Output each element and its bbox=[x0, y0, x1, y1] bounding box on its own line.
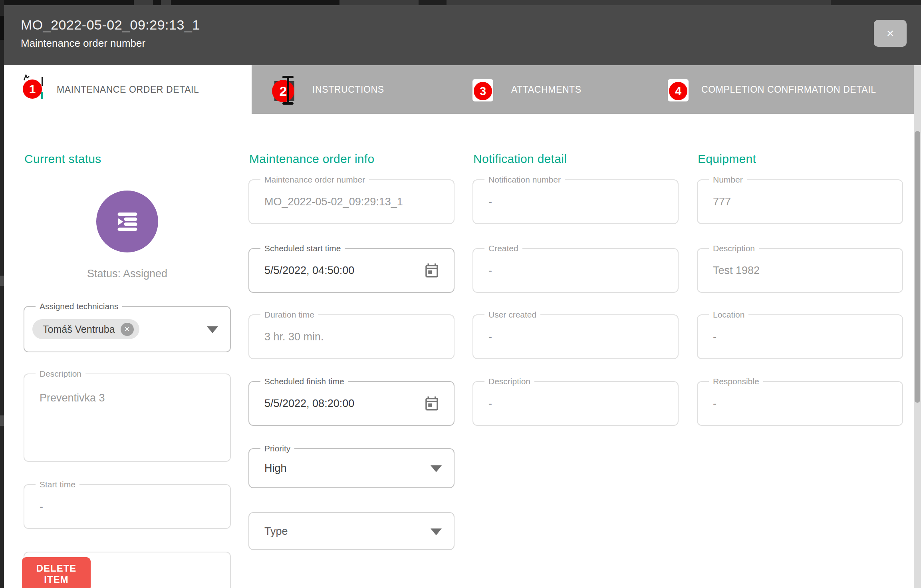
field-label: Number bbox=[709, 175, 747, 185]
som-mark-1[interactable]: 1 bbox=[23, 79, 42, 99]
field-label: Created bbox=[484, 244, 522, 253]
som-mark-4[interactable]: 4 bbox=[669, 82, 687, 100]
field-label: Responsible bbox=[709, 377, 763, 386]
tab-completion-confirmation-detail[interactable]: COMPLETION CONFIRMATION DETAIL bbox=[701, 65, 876, 114]
som-mark-number: 2 bbox=[280, 83, 287, 99]
calendar-icon[interactable] bbox=[423, 395, 440, 412]
tab-bar: 1 MAINTENANCE ORDER DETAIL 2 INSTRUCTION… bbox=[4, 65, 921, 114]
playlist-status-icon bbox=[111, 205, 144, 238]
field-value: 5/5/2022, 04:50:00 bbox=[264, 264, 354, 277]
priority-select[interactable]: Priority High bbox=[248, 448, 455, 488]
status-circle bbox=[96, 191, 158, 252]
field-label: Notification number bbox=[484, 175, 565, 185]
background-fragment bbox=[0, 276, 4, 286]
technician-chip: Tomáš Ventruba ✕ bbox=[32, 319, 139, 339]
tab-attachments[interactable]: ATTACHMENTS bbox=[511, 65, 582, 114]
tab-panel-maintenance-order-detail: Current status Status: Assigned Assigned… bbox=[4, 114, 914, 588]
scheduled-finish-time-field[interactable]: Scheduled finish time 5/5/2022, 08:20:00 bbox=[248, 381, 455, 426]
tab-instructions[interactable]: INSTRUCTIONS bbox=[312, 65, 384, 114]
equipment-description-field: Description Test 1982 bbox=[697, 248, 903, 293]
caret-down-icon[interactable] bbox=[431, 528, 442, 535]
type-select[interactable]: Type bbox=[248, 512, 455, 550]
field-label: Duration time bbox=[260, 310, 318, 320]
background-fragment bbox=[0, 16, 4, 40]
status-description-field: Description Preventivka 3 bbox=[24, 373, 231, 462]
field-label: Scheduled start time bbox=[260, 244, 345, 253]
field-value: - bbox=[488, 196, 492, 208]
field-placeholder-label: Type bbox=[264, 525, 288, 537]
duration-time-field: Duration time 3 hr. 30 min. bbox=[248, 314, 455, 359]
background-fragment bbox=[0, 0, 134, 5]
field-value: Test 1982 bbox=[713, 264, 760, 277]
field-label: Description bbox=[484, 377, 534, 386]
field-value: 777 bbox=[713, 196, 731, 208]
maintenance-order-modal: MO_2022-05-02_09:29:13_1 Maintenance ord… bbox=[0, 0, 921, 588]
field-value: MO_2022-05-02_09:29:13_1 bbox=[264, 196, 403, 208]
assigned-technicians-select[interactable]: Assigned technicians Tomáš Ventruba ✕ bbox=[24, 306, 231, 352]
som-mark-number: 1 bbox=[29, 82, 36, 96]
status-description-value: Preventivka 3 bbox=[40, 392, 105, 404]
field-value: 5/5/2022, 08:20:00 bbox=[264, 397, 354, 410]
notification-detail-column: Notification detail Notification number … bbox=[472, 114, 679, 588]
modal-subtitle: Maintenance order number bbox=[21, 37, 145, 50]
field-value: - bbox=[488, 397, 492, 410]
background-fragment bbox=[0, 415, 4, 426]
background-fragment bbox=[171, 0, 339, 5]
start-time-value: - bbox=[40, 501, 43, 513]
assigned-technicians-label: Assigned technicians bbox=[36, 302, 122, 311]
tab-label-maintenance-order-detail[interactable]: MAINTENANCE ORDER DETAIL bbox=[57, 65, 199, 114]
som-mark-2[interactable]: 2 bbox=[272, 80, 294, 102]
field-label: User created bbox=[484, 310, 540, 320]
som-mark-number: 4 bbox=[675, 85, 681, 98]
current-status-column: Current status Status: Assigned Assigned… bbox=[24, 114, 231, 588]
notification-number-field: Notification number - bbox=[472, 179, 679, 224]
caret-down-icon[interactable] bbox=[207, 326, 218, 333]
equipment-responsible-field: Responsible - bbox=[697, 381, 903, 426]
delete-item-button[interactable]: DELETE ITEM bbox=[22, 557, 91, 588]
scrollbar-thumb[interactable] bbox=[915, 131, 920, 403]
field-label: Description bbox=[709, 244, 759, 253]
som-mark-number: 3 bbox=[480, 85, 486, 98]
caret-down-icon[interactable] bbox=[431, 465, 442, 472]
technician-chip-text: Tomáš Ventruba bbox=[43, 324, 115, 335]
chip-remove-icon[interactable]: ✕ bbox=[121, 323, 134, 336]
field-label: Priority bbox=[260, 444, 294, 453]
field-value: - bbox=[713, 331, 717, 343]
tab1-icon-fragment bbox=[41, 92, 43, 99]
status-text: Status: Assigned bbox=[24, 268, 231, 280]
maintenance-order-number-field: Maintenance order number MO_2022-05-02_0… bbox=[248, 179, 455, 224]
status-description-label: Description bbox=[36, 369, 85, 379]
created-field: Created - bbox=[472, 248, 679, 293]
start-time-field: Start time - bbox=[24, 484, 231, 529]
user-created-field: User created - bbox=[472, 314, 679, 359]
background-page-top-strip bbox=[0, 0, 921, 5]
background-fragment bbox=[153, 0, 161, 5]
section-heading-current-status: Current status bbox=[24, 152, 101, 166]
close-button[interactable]: × bbox=[874, 20, 907, 47]
notification-description-field: Description - bbox=[472, 381, 679, 426]
modal-header: MO_2022-05-02_09:29:13_1 Maintenance ord… bbox=[4, 5, 921, 65]
som-mark-3[interactable]: 3 bbox=[474, 82, 492, 100]
scrollbar-track[interactable] bbox=[914, 65, 921, 588]
section-heading-notification-detail: Notification detail bbox=[473, 152, 567, 166]
equipment-column: Equipment Number 777 Description Test 19… bbox=[697, 114, 903, 588]
field-value: - bbox=[488, 331, 492, 343]
scheduled-start-time-field[interactable]: Scheduled start time 5/5/2022, 04:50:00 bbox=[248, 248, 455, 293]
section-heading-equipment: Equipment bbox=[698, 152, 756, 166]
background-page-left-strip bbox=[0, 0, 4, 588]
field-label: Maintenance order number bbox=[260, 175, 369, 185]
field-value: - bbox=[713, 397, 717, 410]
modal-title: MO_2022-05-02_09:29:13_1 bbox=[21, 17, 200, 33]
background-fragment bbox=[419, 0, 447, 5]
equipment-number-field: Number 777 bbox=[697, 179, 903, 224]
calendar-icon[interactable] bbox=[423, 262, 440, 279]
field-label: Scheduled finish time bbox=[260, 377, 348, 386]
field-value: High bbox=[264, 462, 287, 475]
close-icon: × bbox=[887, 26, 894, 41]
tab1-icon-fragment bbox=[42, 77, 43, 86]
equipment-location-field: Location - bbox=[697, 314, 903, 359]
field-value: - bbox=[488, 264, 492, 277]
order-info-column: Maintenance order info Maintenance order… bbox=[248, 114, 455, 588]
section-heading-order-info: Maintenance order info bbox=[249, 152, 374, 166]
field-label: Location bbox=[709, 310, 748, 320]
